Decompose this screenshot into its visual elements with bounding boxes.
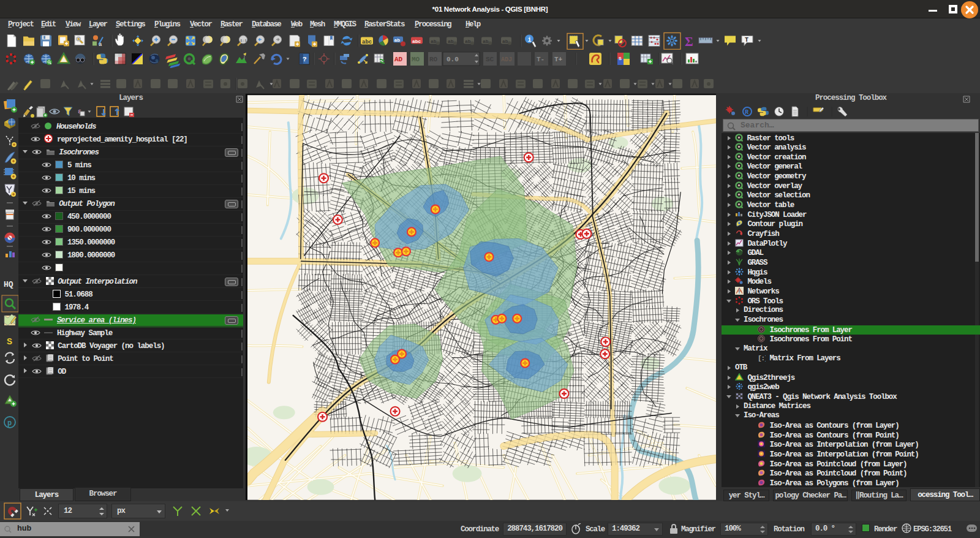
- svg-text:AD: AD: [394, 56, 403, 63]
- svg-text:0.0: 0.0: [447, 56, 459, 63]
- svg-text:T-: T-: [537, 56, 545, 63]
- svg-text:S: S: [7, 337, 12, 347]
- svg-text:ab: ab: [431, 39, 437, 44]
- svg-text:ab: ab: [448, 39, 454, 44]
- svg-text:T+: T+: [554, 56, 563, 63]
- svg-text:ab: ab: [502, 39, 508, 44]
- svg-text:SC: SC: [486, 56, 494, 63]
- svg-text:S: S: [619, 56, 622, 61]
- svg-text:Σ: Σ: [685, 34, 693, 49]
- svg-text:MO: MO: [412, 56, 420, 63]
- svg-text:p: p: [7, 419, 12, 428]
- svg-text:ab: ab: [465, 39, 471, 44]
- svg-text:i: i: [528, 37, 532, 44]
- svg-text:HQ: HQ: [4, 280, 13, 289]
- svg-text:ADJ: ADJ: [501, 56, 512, 63]
- svg-text:RO: RO: [429, 56, 438, 63]
- svg-text:?: ?: [303, 56, 307, 63]
- svg-text:[:]: [:]: [758, 355, 766, 362]
- svg-text:abc: abc: [362, 39, 372, 45]
- svg-text:abc: abc: [412, 39, 421, 44]
- svg-text:ab: ab: [483, 39, 489, 44]
- svg-text:ab: ab: [394, 37, 401, 43]
